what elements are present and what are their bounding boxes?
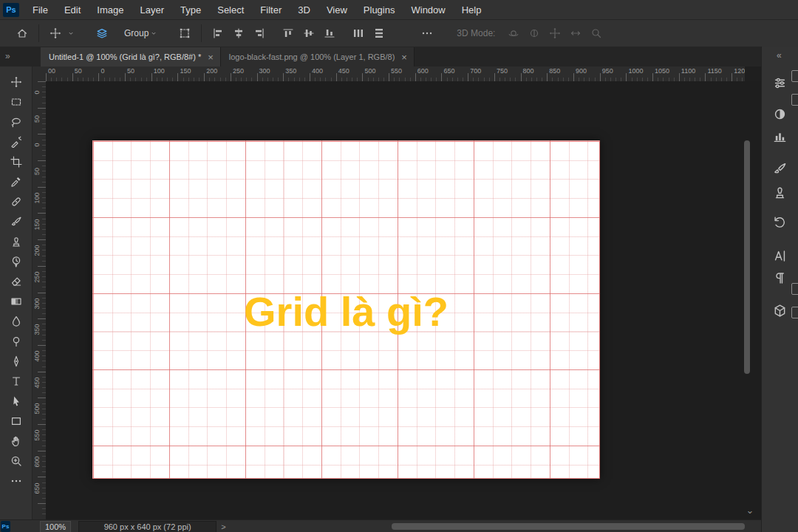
photoshop-logo: Ps <box>3 3 19 17</box>
canvas-vertical-scrollbar[interactable] <box>744 140 750 374</box>
tool-object-selection-icon[interactable] <box>6 132 27 151</box>
tool-hand-icon[interactable] <box>6 431 27 451</box>
tool-path-selection-icon[interactable] <box>6 391 27 411</box>
tool-dodge-icon[interactable] <box>6 331 27 351</box>
align-middle-vertical-icon[interactable] <box>299 24 318 43</box>
tool-history-brush-icon[interactable] <box>6 251 27 271</box>
panel-properties-icon[interactable] <box>768 72 791 94</box>
tool-eyedropper-icon[interactable] <box>6 171 27 191</box>
3d-pan-icon[interactable] <box>545 24 565 43</box>
document-tab-1[interactable]: Untitled-1 @ 100% (Grid là gì?, RGB/8#) … <box>41 47 221 66</box>
menu-3d[interactable]: 3D <box>290 1 318 19</box>
panel-history-icon[interactable] <box>768 211 791 233</box>
auto-select-layers-icon[interactable] <box>92 24 112 43</box>
menu-window[interactable]: Window <box>403 1 453 19</box>
tool-brush-icon[interactable] <box>6 211 27 231</box>
distribute-horizontal-icon[interactable] <box>349 24 368 43</box>
show-transform-controls-icon[interactable] <box>175 24 194 43</box>
clipped-panel-icon[interactable] <box>791 94 798 106</box>
panel-paragraph-icon[interactable] <box>768 267 791 289</box>
panel-clone-source-icon[interactable] <box>768 181 791 203</box>
tool-gradient-icon[interactable] <box>6 291 27 311</box>
tool-lasso-icon[interactable] <box>6 112 27 132</box>
panel-libraries-icon[interactable] <box>768 299 791 321</box>
ruler-number: 250 <box>33 270 41 284</box>
group-label: Group <box>124 28 149 38</box>
horizontal-ruler[interactable]: 0050050100150200250300350400450500550600… <box>46 66 745 82</box>
tool-preset-caret-icon[interactable] <box>66 24 75 43</box>
panel-brush-settings-icon[interactable] <box>768 157 791 180</box>
document-tab-bar: » Untitled-1 @ 100% (Grid là gì?, RGB/8#… <box>0 47 761 66</box>
photoshop-window: Ps FileEditImageLayerTypeSelectFilter3DV… <box>0 0 798 532</box>
tool-move-icon[interactable] <box>6 72 27 92</box>
tool-rectangle-icon[interactable] <box>6 411 27 431</box>
menu-view[interactable]: View <box>318 1 355 19</box>
tabs: Untitled-1 @ 100% (Grid là gì?, RGB/8#) … <box>41 47 415 66</box>
3d-orbit-icon[interactable] <box>504 24 523 43</box>
tool-rectangular-marquee-icon[interactable] <box>6 92 27 112</box>
tab-close-icon[interactable]: × <box>401 52 407 63</box>
panel-adjustments-icon[interactable] <box>768 103 791 125</box>
document-canvas[interactable]: Grid là gì? <box>92 140 600 479</box>
menu-file[interactable]: File <box>24 1 56 19</box>
align-bottom-icon[interactable] <box>320 24 339 43</box>
align-right-icon[interactable] <box>250 24 269 43</box>
auto-select-group-dropdown[interactable]: Group <box>118 22 160 44</box>
3d-slide-icon[interactable] <box>566 24 585 43</box>
tab-close-icon[interactable]: × <box>208 52 214 63</box>
tool-zoom-icon[interactable] <box>6 451 27 471</box>
scroll-down-chevron-icon[interactable]: ⌄ <box>743 503 757 516</box>
tool-pen-icon[interactable] <box>6 351 27 371</box>
ruler-origin-corner[interactable] <box>33 66 47 82</box>
ruler-number: 150 <box>180 67 191 75</box>
ruler-number: 700 <box>470 67 481 75</box>
menu-help[interactable]: Help <box>454 1 490 19</box>
tool-eraser-icon[interactable] <box>6 271 27 291</box>
ruler-number: 0 <box>33 86 41 99</box>
canvas-horizontal-scrollbar[interactable] <box>392 523 745 530</box>
canvas-area[interactable]: Grid là gì? ⌄ <box>46 81 761 519</box>
home-icon[interactable] <box>13 24 32 43</box>
expand-panels-chevrons-icon[interactable]: « <box>777 50 782 61</box>
tool-ellipsis-icon[interactable] <box>6 471 27 491</box>
align-left-icon[interactable] <box>208 24 228 43</box>
tab-title: Untitled-1 @ 100% (Grid là gì?, RGB/8#) … <box>49 52 201 61</box>
clipped-panel-icon[interactable] <box>791 70 798 82</box>
3d-roll-icon[interactable] <box>525 24 544 43</box>
menu-type[interactable]: Type <box>172 1 209 19</box>
status-expand-chevron-icon[interactable]: > <box>221 522 225 531</box>
tool-clone-stamp-icon[interactable] <box>6 231 27 251</box>
menu-select[interactable]: Select <box>209 1 252 19</box>
3d-zoom-icon[interactable] <box>587 24 606 43</box>
collapse-toolbar-chevrons-icon[interactable]: » <box>5 51 10 61</box>
ruler-number: 1100 <box>681 67 695 75</box>
menu-layer[interactable]: Layer <box>132 1 173 19</box>
menu-image[interactable]: Image <box>89 1 132 19</box>
align-top-icon[interactable] <box>279 24 298 43</box>
tool-crop-icon[interactable] <box>6 151 27 171</box>
move-tool-preset-icon[interactable] <box>46 24 65 43</box>
align-center-horizontal-icon[interactable] <box>229 24 248 43</box>
taskbar-photoshop-icon[interactable]: Ps <box>1 521 10 532</box>
menu-plugins[interactable]: Plugins <box>355 1 403 19</box>
ruler-number: 300 <box>33 297 41 310</box>
menu-edit[interactable]: Edit <box>56 1 89 19</box>
ruler-number: 1000 <box>628 67 643 75</box>
more-align-options-icon[interactable] <box>417 24 437 43</box>
panel-histogram-icon[interactable] <box>768 125 791 147</box>
distribute-vertical-icon[interactable] <box>369 24 389 43</box>
ruler-number: 120 <box>734 67 745 75</box>
ruler-number: 900 <box>576 67 587 75</box>
tool-spot-healing-brush-icon[interactable] <box>6 191 27 211</box>
clipped-panel-icon[interactable] <box>791 283 798 295</box>
vertical-ruler[interactable]: 0500501001502002503003504004505005506006… <box>33 81 47 519</box>
tool-type-icon[interactable] <box>6 371 27 391</box>
menu-filter[interactable]: Filter <box>252 1 290 19</box>
status-bar: Ps 100% 960 px x 640 px (72 ppi) > <box>0 519 761 532</box>
panel-character-icon[interactable] <box>768 245 791 267</box>
menu-items: FileEditImageLayerTypeSelectFilter3DView… <box>24 1 489 19</box>
zoom-level-field[interactable]: 100% <box>40 521 71 532</box>
tool-blur-icon[interactable] <box>6 311 27 331</box>
document-tab-2[interactable]: logo-black-fast.png @ 100% (Layer 1, RGB… <box>221 47 415 66</box>
clipped-panel-icon[interactable] <box>791 307 798 318</box>
